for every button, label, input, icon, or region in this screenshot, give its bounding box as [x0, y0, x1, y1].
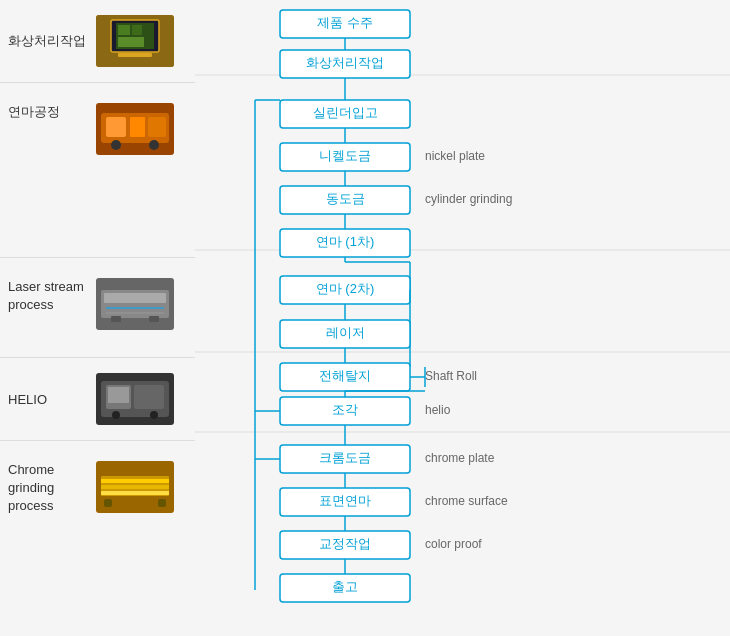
svg-rect-30: [101, 479, 169, 483]
row-chrome: Chrome grinding process: [0, 441, 195, 596]
svg-rect-24: [134, 385, 164, 409]
image-chrome: [96, 461, 174, 513]
annot-chrome-surface: chrome surface: [425, 494, 508, 508]
label-yeonma2: 연마 (2차): [316, 281, 375, 296]
main-container: 화상처리작업 연마공정: [0, 0, 730, 636]
svg-rect-11: [148, 117, 166, 137]
label-dong: 동도금: [326, 191, 365, 206]
svg-rect-4: [118, 25, 130, 35]
label-chrome: Chrome grinding process: [8, 461, 88, 516]
row-helio: HELIO: [0, 358, 195, 441]
annot-shaft-roll: Shaft Roll: [425, 369, 477, 383]
svg-rect-33: [104, 499, 112, 507]
label-nikel: 니켈도금: [319, 148, 371, 163]
annot-cylinder-grinding: cylinder grinding: [425, 192, 512, 206]
label-silinder: 실린더입고: [313, 105, 378, 120]
label-chulgo: 출고: [332, 579, 358, 594]
label-yeonma1: 연마 (1차): [316, 234, 375, 249]
svg-rect-2: [118, 53, 152, 57]
label-laser: 레이저: [326, 325, 365, 340]
label-hwasang: 화상처리작업: [306, 55, 384, 70]
diagram-col: .kbox { fill: white; stroke: #00a0d6; st…: [195, 0, 730, 636]
label-image-processing: 화상처리작업: [8, 32, 88, 50]
annot-color-proof: color proof: [425, 537, 482, 551]
svg-rect-20: [149, 316, 159, 322]
label-laser: Laser stream process: [8, 278, 88, 314]
label-gyojung: 교정작업: [319, 536, 371, 551]
image-image-processing: [96, 15, 174, 67]
svg-rect-10: [130, 117, 145, 137]
svg-rect-27: [108, 387, 129, 403]
svg-point-13: [149, 140, 159, 150]
image-laser: [96, 278, 174, 330]
image-grinding: [96, 103, 174, 155]
svg-point-12: [111, 140, 121, 150]
label-jeonhae: 전해탈지: [319, 368, 371, 383]
svg-rect-16: [104, 293, 166, 303]
svg-rect-31: [101, 485, 169, 489]
svg-rect-19: [111, 316, 121, 322]
row-image-processing: 화상처리작업: [0, 0, 195, 83]
label-grinding: 연마공정: [8, 103, 88, 121]
image-helio: [96, 373, 174, 425]
annot-helio: helio: [425, 403, 451, 417]
label-jepum-suju: 제품 수주: [317, 15, 373, 30]
svg-rect-32: [101, 491, 169, 495]
svg-rect-34: [158, 499, 166, 507]
svg-rect-6: [118, 37, 144, 47]
labels-images-col: 화상처리작업 연마공정: [0, 0, 195, 636]
label-helio: HELIO: [8, 392, 88, 407]
label-pyomyeon: 표면연마: [319, 493, 371, 508]
svg-point-25: [112, 411, 120, 419]
row-laser: Laser stream process: [0, 258, 195, 358]
row-grinding: 연마공정: [0, 83, 195, 258]
svg-rect-5: [132, 25, 142, 35]
label-jogak: 조각: [332, 402, 358, 417]
label-krom: 크롬도금: [319, 450, 371, 465]
svg-point-26: [150, 411, 158, 419]
svg-rect-9: [106, 117, 126, 137]
annot-nickel-plate: nickel plate: [425, 149, 485, 163]
annot-chrome-plate: chrome plate: [425, 451, 495, 465]
